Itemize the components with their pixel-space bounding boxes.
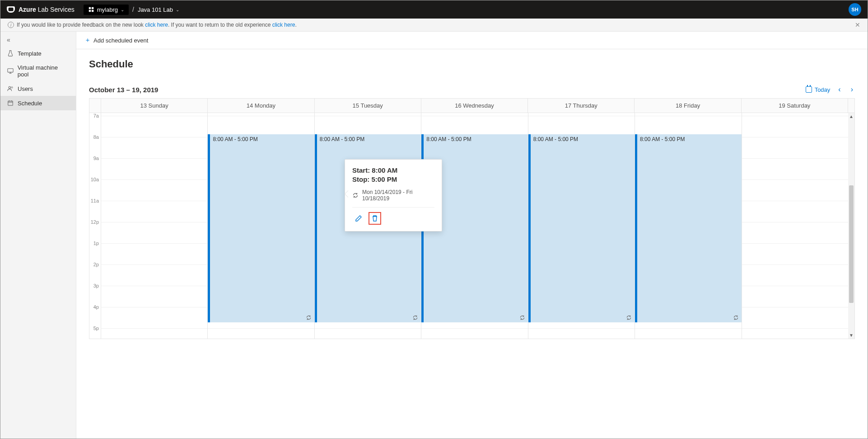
popover-stop: Stop: 5:00 PM [352, 175, 434, 184]
calendar: 13 Sunday 14 Monday 15 Tuesday 16 Wednes… [76, 98, 868, 352]
calendar-body: 7a8a9a10a11a12p1p2p3p4p5p6p Start: 8:00 … [89, 113, 855, 339]
feedback-link-2[interactable]: click here [272, 22, 295, 28]
svg-point-5 [9, 86, 10, 88]
resource-group-icon [88, 6, 94, 13]
svg-rect-3 [92, 10, 93, 12]
today-button[interactable]: Today [806, 86, 831, 93]
pencil-icon [355, 215, 362, 222]
hour-label: 10a [91, 177, 99, 182]
day-header: 17 Thursday [528, 99, 635, 113]
sidebar-item-users[interactable]: Users [0, 81, 76, 96]
sidebar-item-schedule[interactable]: Schedule [0, 96, 76, 110]
day-header: 19 Saturday [742, 99, 848, 113]
hour-label: 4p [93, 304, 99, 310]
avatar[interactable]: SH [849, 3, 861, 16]
recur-icon [626, 315, 632, 321]
brand[interactable]: Azure Lab Services [7, 6, 75, 13]
sidebar-item-label: Schedule [18, 100, 42, 107]
sidebar-collapse-button[interactable]: « [0, 33, 76, 46]
day-column [742, 113, 848, 339]
plus-icon: ＋ [84, 36, 91, 44]
content: ＋ Add scheduled event Schedule October 1… [76, 32, 868, 439]
sidebar-item-vm-pool[interactable]: Virtual machine pool [0, 61, 76, 81]
feedback-bar: i If you would like to provide feedback … [0, 19, 868, 32]
day-header: 13 Sunday [101, 99, 208, 113]
event-time-label: 8:00 AM - 5:00 PM [424, 134, 527, 144]
hour-label: 7a [93, 113, 99, 118]
trash-icon [371, 215, 378, 222]
recur-icon [306, 315, 312, 321]
toolbar: ＋ Add scheduled event [76, 32, 868, 49]
scheduled-event[interactable]: 8:00 AM - 5:00 PM [635, 134, 741, 322]
calendar-icon [7, 99, 14, 107]
calendar-icon [806, 86, 812, 93]
day-header: 16 Wednesday [421, 99, 528, 113]
main: « Template Virtual machine pool Users Sc… [0, 32, 868, 439]
recur-icon [733, 315, 739, 321]
recur-icon [519, 315, 525, 321]
azure-logo-icon [7, 6, 15, 13]
svg-rect-0 [89, 7, 90, 9]
sidebar-item-label: Template [18, 50, 42, 57]
lab-label: Java 101 Lab [138, 6, 173, 13]
svg-point-6 [11, 87, 13, 88]
day-header: 18 Friday [635, 99, 741, 113]
chevron-down-icon: ⌄ [176, 7, 179, 12]
popover-start: Start: 8:00 AM [352, 166, 434, 175]
scrollbar[interactable]: ▲ ▼ [848, 113, 854, 339]
day-column [101, 113, 208, 339]
date-range-label: October 13 – 19, 2019 [89, 86, 158, 94]
scheduled-event[interactable]: 8:00 AM - 5:00 PM [528, 134, 635, 322]
close-icon[interactable]: ✕ [855, 21, 860, 28]
hour-label: 11a [91, 198, 99, 203]
next-week-button[interactable]: › [849, 85, 855, 94]
top-header: Azure Lab Services mylabrg ⌄ / Java 101 … [0, 0, 868, 19]
recur-icon [352, 192, 359, 198]
svg-rect-4 [8, 69, 13, 72]
scroll-up-icon[interactable]: ▲ [848, 114, 854, 119]
sidebar-item-label: Virtual machine pool [18, 64, 70, 78]
svg-rect-1 [92, 7, 93, 9]
hour-label: 2p [93, 262, 99, 267]
resource-group-label: mylabrg [97, 6, 118, 13]
hour-label: 8a [93, 134, 99, 140]
time-gutter: 7a8a9a10a11a12p1p2p3p4p5p6p [89, 113, 101, 339]
day-columns: Start: 8:00 AM Stop: 5:00 PM Mon 10/14/2… [101, 113, 848, 339]
scroll-down-icon[interactable]: ▼ [848, 333, 854, 338]
sidebar-item-label: Users [18, 85, 33, 92]
day-header: 15 Tuesday [315, 99, 421, 113]
day-column: 8:00 AM - 5:00 PM [528, 113, 635, 339]
add-scheduled-event-button[interactable]: Add scheduled event [93, 37, 148, 44]
scroll-thumb[interactable] [849, 185, 854, 303]
event-time-label: 8:00 AM - 5:00 PM [210, 134, 314, 144]
users-icon [7, 85, 14, 92]
event-time-label: 8:00 AM - 5:00 PM [531, 134, 635, 144]
edit-event-button[interactable] [352, 212, 365, 225]
day-column: 8:00 AM - 5:00 PM [635, 113, 742, 339]
recur-icon [412, 315, 418, 321]
feedback-link-1[interactable]: click here [145, 22, 168, 28]
breadcrumb-resource-group[interactable]: mylabrg ⌄ [84, 5, 129, 15]
date-range-row: October 13 – 19, 2019 Today ‹ › [76, 85, 868, 98]
event-time-label: 8:00 AM - 5:00 PM [317, 134, 421, 144]
chevron-down-icon: ⌄ [121, 7, 124, 12]
breadcrumb-lab[interactable]: Java 101 Lab ⌄ [138, 6, 179, 13]
scheduled-event[interactable]: 8:00 AM - 5:00 PM [208, 134, 314, 322]
sidebar: « Template Virtual machine pool Users Sc… [0, 32, 76, 439]
popover-recur-text: Mon 10/14/2019 - Fri 10/18/2019 [362, 189, 434, 202]
monitor-icon [7, 67, 14, 75]
hour-label: 3p [93, 283, 99, 288]
feedback-text: If you would like to provide feedback on… [17, 22, 297, 28]
hour-label: 5p [93, 326, 99, 331]
flask-icon [7, 50, 14, 57]
hour-label: 1p [93, 241, 99, 246]
delete-event-button[interactable] [369, 212, 381, 225]
prev-week-button[interactable]: ‹ [836, 85, 842, 94]
day-column: 8:00 AM - 5:00 PM [208, 113, 314, 339]
page-title: Schedule [89, 58, 855, 70]
calendar-header: 13 Sunday 14 Monday 15 Tuesday 16 Wednes… [89, 98, 855, 113]
hour-label: 12p [91, 219, 99, 225]
brand-text: Azure Lab Services [19, 6, 75, 13]
svg-rect-7 [8, 101, 13, 106]
sidebar-item-template[interactable]: Template [0, 46, 76, 61]
